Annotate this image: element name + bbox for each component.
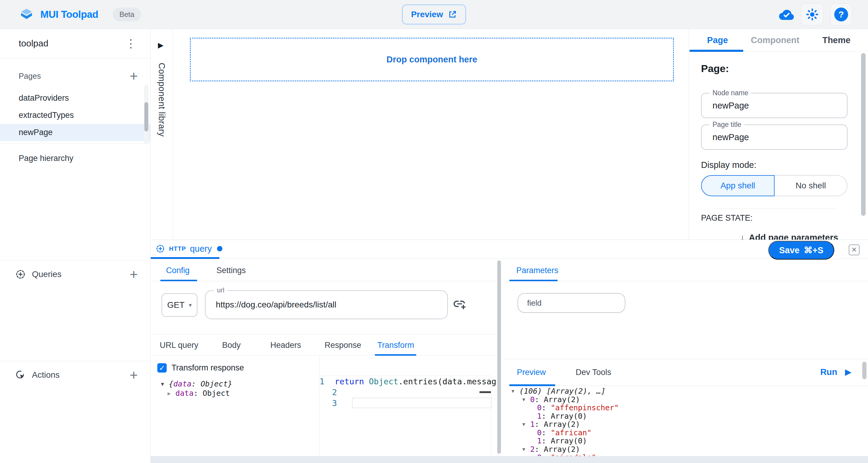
subtab-response[interactable]: Response [324,341,361,350]
app-header: MUI Toolpad Beta Preview [0,0,868,29]
tab-settings[interactable]: Settings [216,266,246,275]
save-button[interactable]: Save ⌘+S [768,241,834,259]
theme-toggle-button[interactable] [801,3,824,26]
tab-theme[interactable]: Theme [822,35,850,45]
subtab-headers[interactable]: Headers [270,341,301,350]
expander-open-icon[interactable]: ▼ [512,388,519,394]
tab-dev-tools[interactable]: Dev Tools [576,368,611,377]
results-scrollbar-thumb[interactable] [862,362,867,379]
config-tab-underline [160,280,197,281]
line-number: 1 [319,377,335,386]
tab-page[interactable]: Page [707,35,728,45]
expander-open-icon[interactable]: ▼ [522,422,530,427]
output-row[interactable]: ▼0: Array(2) [505,396,862,404]
queries-section-title: Queries [32,270,61,279]
display-mode-app-shell[interactable]: App shell [701,175,775,196]
query-tab[interactable]: HTTP query [156,240,222,257]
url-field-value[interactable]: https://dog.ceo/api/breeds/list/all [206,291,447,319]
output-value: "airedale" [551,453,596,456]
page-item-newpage[interactable]: newPage [0,124,150,141]
close-query-editor-button[interactable]: ✕ [849,244,860,255]
query-name: query [190,244,212,254]
output-sep: : [541,403,551,412]
page-title-value[interactable]: newPage [702,125,847,149]
expander-closed-icon[interactable]: ▶ [167,390,176,396]
output-row[interactable]: ▼1: Array(2) [505,420,862,429]
page-title-field[interactable]: Page title newPage [701,124,847,150]
config-pane-scrollbar-thumb[interactable] [497,260,501,454]
output-row[interactable]: 1: Array(0) [505,412,862,421]
tree-brace: { [169,379,173,388]
mui-toolpad-app: MUI Toolpad Beta Preview [0,0,868,463]
queries-icon [15,269,26,280]
code-line-1[interactable]: 1 return Object.entries(data.messag [319,376,491,387]
tab-config[interactable]: Config [166,266,190,275]
query-protocol-badge: HTTP [169,245,186,252]
add-action-button[interactable]: + [128,368,140,382]
help-button[interactable]: ? [830,3,852,26]
transform-code-editor[interactable]: 1 return Object.entries(data.messag 2 3 [319,376,491,456]
active-line-highlight [352,398,492,408]
add-page-parameters-button[interactable]: ↓ Add page parameters [740,233,838,240]
http-method-select[interactable]: GET ▾ [161,293,197,317]
run-button[interactable]: Run ▶ [820,367,851,377]
output-row[interactable]: 0: "african" [505,429,862,437]
bind-link-icon[interactable] [453,297,467,311]
expander-open-icon[interactable]: ▼ [522,446,530,452]
subtab-url-query[interactable]: URL query [160,341,198,350]
node-name-value[interactable]: newPage [702,93,847,118]
output-key: 2 [530,445,535,454]
component-dropzone[interactable]: Drop component here [190,38,674,82]
code-line-3[interactable]: 3 [319,398,491,408]
output-row[interactable]: 1: Array(0) [505,437,862,445]
project-menu-kebab-icon[interactable]: ⋮ [123,36,139,50]
inspector-scrollbar-thumb[interactable] [861,53,866,216]
node-name-field[interactable]: Node name newPage [701,93,847,118]
tree-root-row[interactable]: ▼ {data: Object} [161,379,232,389]
tree-root-key: data [173,379,191,388]
sun-icon [806,8,819,21]
output-row[interactable]: ▼(106) [Array(2), …] [505,387,862,396]
subtab-body[interactable]: Body [222,341,241,350]
code-overflow-dash [479,391,491,393]
tab-component[interactable]: Component [751,35,799,45]
preview-tab-underline [509,384,555,386]
page-item-label: newPage [19,128,53,137]
tab-preview[interactable]: Preview [517,368,546,377]
component-library-bar[interactable]: ▶ Component library [151,29,173,240]
output-row[interactable]: 0: "affenpinscher" [505,404,862,412]
output-row[interactable]: ▼2: Array(2) [505,445,862,454]
display-mode-no-shell[interactable]: No shell [775,175,847,196]
add-page-parameters-label: Add page parameters [749,233,838,240]
actions-section: Actions + [0,361,150,389]
add-page-button[interactable]: + [128,69,140,83]
tree-child-row[interactable]: ▶ data: Object [161,389,232,398]
preview-button[interactable]: Preview [402,4,466,24]
pages-list-scrollbar[interactable] [144,85,149,144]
inspector-divider [714,209,836,209]
page-hierarchy-item[interactable]: Page hierarchy [0,149,150,167]
tab-parameters[interactable]: Parameters [516,266,558,275]
play-icon: ▶ [845,367,851,377]
output-row[interactable]: 0: "airedale" [505,453,862,456]
query-tab-underline [151,257,219,259]
query-results-pane: Parameters field Preview Dev Tools Run ▶… [505,259,868,456]
expander-open-icon[interactable]: ▼ [522,397,530,402]
expand-arrow-icon[interactable]: ▶ [158,41,163,50]
transform-response-checkbox[interactable]: ✓ [157,363,167,373]
url-field[interactable]: url https://dog.ceo/api/breeds/list/all [205,290,448,319]
code-line-2[interactable]: 2 [319,387,491,398]
expander-open-icon[interactable]: ▼ [161,381,169,387]
page-item-label: extractedTypes [19,111,74,120]
page-item-dataproviders[interactable]: dataProviders [0,90,150,107]
subtab-transform[interactable]: Transform [377,341,414,350]
pages-list-scrollbar-thumb[interactable] [144,102,148,131]
page-item-extractedtypes[interactable]: extractedTypes [0,107,150,124]
parameter-field-input[interactable]: field [518,293,625,313]
output-sep: : [541,436,551,445]
config-pane-scrollbar[interactable] [497,260,501,454]
add-query-button[interactable]: + [128,267,140,281]
inspector-heading: Page: [701,63,729,74]
pages-list: dataProviders extractedTypes newPage [0,90,150,144]
output-value: "african" [551,428,591,437]
